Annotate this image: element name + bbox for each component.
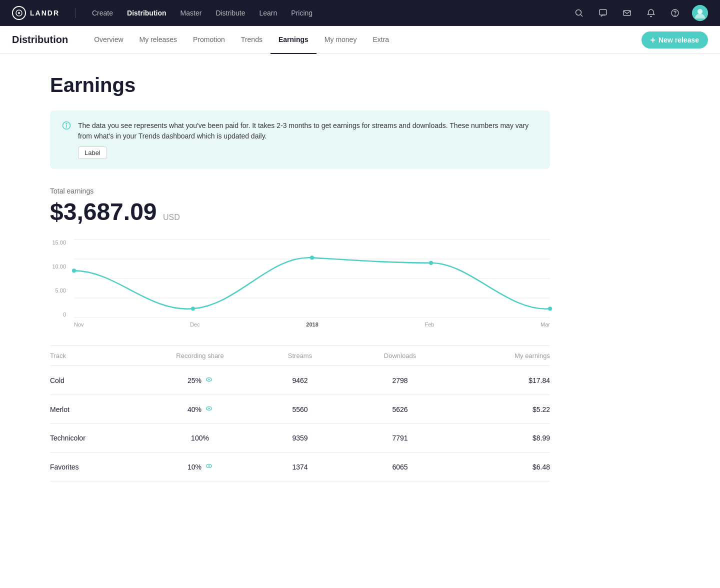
tab-extra[interactable]: Extra [364, 26, 397, 54]
nav-link-master[interactable]: Master [180, 9, 202, 17]
eye-icon-merlot[interactable] [206, 405, 212, 414]
main-content: Earnings The data you see represents wha… [0, 54, 600, 502]
table-header: Track Recording share Streams Downloads … [50, 346, 550, 366]
distribution-title: Distribution [12, 34, 68, 46]
table-row: Merlot 40% 5560 5626 $5.22 [50, 395, 550, 424]
eye-icon-favorites[interactable] [206, 462, 212, 471]
logo-icon [12, 6, 26, 20]
chart-svg [74, 240, 550, 318]
recording-share-merlot: 40% [150, 405, 250, 414]
avatar[interactable] [692, 5, 708, 21]
info-box: The data you see represents what you've … [50, 110, 550, 169]
tab-overview[interactable]: Overview [86, 26, 131, 54]
svg-point-20 [310, 256, 314, 260]
info-content: The data you see represents what you've … [78, 120, 538, 159]
svg-point-21 [429, 261, 433, 265]
svg-point-18 [72, 268, 76, 272]
search-icon[interactable] [572, 6, 586, 20]
logo[interactable]: LANDR [12, 6, 60, 20]
svg-point-7 [675, 15, 676, 16]
svg-point-26 [208, 408, 210, 410]
chart-x-label-feb: Feb [424, 322, 434, 328]
track-name-technicolor: Technicolor [50, 434, 150, 442]
help-icon[interactable] [668, 6, 682, 20]
share-value-merlot: 40% [188, 406, 202, 414]
streams-merlot: 5560 [250, 406, 350, 414]
nav-link-learn[interactable]: Learn [260, 9, 278, 17]
earnings-technicolor: $8.99 [450, 434, 550, 442]
earnings-merlot: $5.22 [450, 406, 550, 414]
share-value-cold: 25% [188, 376, 202, 384]
nav-divider [76, 8, 76, 18]
header-track: Track [50, 352, 150, 360]
table-row: Technicolor 100% 9359 7791 $8.99 [50, 424, 550, 452]
logo-text: LANDR [30, 9, 60, 17]
chart-x-label-nov: Nov [74, 322, 84, 328]
streams-favorites: 1374 [250, 463, 350, 471]
earnings-chart: 15.00 10.00 5.00 0 [50, 240, 550, 330]
tab-my-releases[interactable]: My releases [132, 26, 185, 54]
tab-my-money[interactable]: My money [316, 26, 365, 54]
nav-link-distribute[interactable]: Distribute [216, 9, 245, 17]
svg-point-19 [191, 306, 195, 310]
track-name-merlot: Merlot [50, 406, 150, 414]
chart-y-label-0: 0 [63, 312, 66, 318]
svg-point-12 [66, 124, 67, 124]
tab-promotion[interactable]: Promotion [185, 26, 233, 54]
total-amount: $3,687.09 [50, 198, 157, 225]
nav-links: Create Distribution Master Distribute Le… [92, 9, 572, 17]
track-name-favorites: Favorites [50, 463, 150, 471]
recording-share-technicolor: 100% [150, 434, 250, 442]
sub-navigation: Distribution Overview My releases Promot… [0, 26, 720, 54]
tab-trends[interactable]: Trends [233, 26, 270, 54]
earnings-cold: $17.84 [450, 376, 550, 384]
downloads-merlot: 5626 [350, 406, 450, 414]
earnings-favorites: $6.48 [450, 463, 550, 471]
new-release-label: New release [658, 36, 699, 44]
track-name-cold: Cold [50, 376, 150, 384]
downloads-cold: 2798 [350, 376, 450, 384]
mail-icon[interactable] [620, 6, 634, 20]
svg-line-3 [581, 15, 583, 17]
svg-point-9 [698, 9, 702, 14]
label-button[interactable]: Label [78, 146, 107, 159]
downloads-favorites: 6065 [350, 463, 450, 471]
svg-point-1 [18, 12, 20, 14]
share-value-technicolor: 100% [191, 434, 209, 442]
plus-icon: + [650, 36, 656, 44]
top-navigation: LANDR Create Distribution Master Distrib… [0, 0, 720, 26]
header-streams: Streams [250, 352, 350, 360]
table-row: Favorites 10% 1374 6065 $6.48 [50, 452, 550, 482]
tab-earnings[interactable]: Earnings [270, 26, 316, 54]
new-release-button[interactable]: + New release [642, 32, 708, 48]
table-row: Cold 25% 9462 2798 $17.84 [50, 366, 550, 395]
chart-area [74, 240, 550, 318]
bell-icon[interactable] [644, 6, 658, 20]
info-icon [62, 121, 71, 132]
total-earnings-label: Total earnings [50, 187, 550, 195]
sub-nav-tabs: Overview My releases Promotion Trends Ea… [86, 26, 641, 54]
svg-rect-5 [624, 10, 630, 16]
svg-point-2 [576, 10, 582, 16]
header-downloads: Downloads [350, 352, 450, 360]
header-recording-share: Recording share [150, 352, 250, 360]
total-currency: USD [163, 213, 180, 222]
svg-point-22 [548, 306, 552, 310]
streams-technicolor: 9359 [250, 434, 350, 442]
nav-link-create[interactable]: Create [92, 9, 113, 17]
recording-share-favorites: 10% [150, 462, 250, 471]
chat-icon[interactable] [596, 6, 610, 20]
nav-link-pricing[interactable]: Pricing [291, 9, 312, 17]
chart-x-labels: Nov Dec 2018 Feb Mar [74, 320, 550, 330]
header-my-earnings: My earnings [450, 352, 550, 360]
svg-point-24 [208, 379, 210, 380]
chart-y-label-15: 15.00 [52, 240, 66, 246]
downloads-technicolor: 7791 [350, 434, 450, 442]
svg-point-28 [208, 466, 210, 467]
eye-icon-cold[interactable] [206, 376, 212, 384]
nav-link-distribution[interactable]: Distribution [127, 9, 166, 17]
streams-cold: 9462 [250, 376, 350, 384]
page-title: Earnings [50, 74, 550, 96]
chart-x-label-dec: Dec [190, 322, 200, 328]
chart-y-labels: 15.00 10.00 5.00 0 [50, 240, 70, 318]
